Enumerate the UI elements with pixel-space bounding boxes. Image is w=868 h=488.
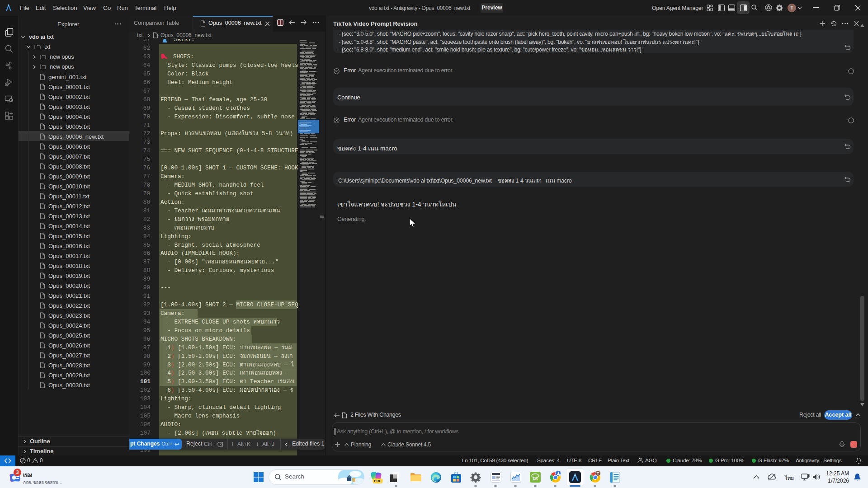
svg-text:AIS: AIS (533, 478, 538, 481)
